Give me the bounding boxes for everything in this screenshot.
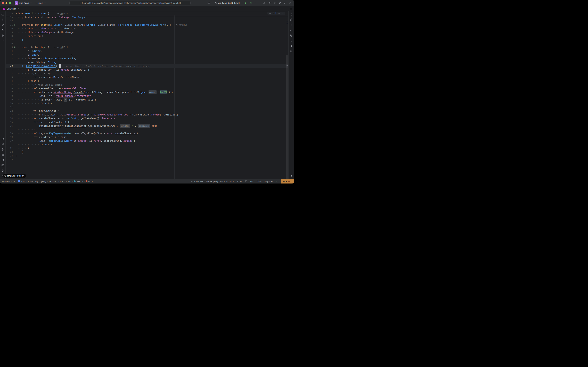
code-line[interactable]: 21················.toList() bbox=[6, 143, 288, 146]
indent-widget[interactable]: 4 spaces bbox=[265, 180, 273, 183]
screen-share-button[interactable] bbox=[207, 1, 213, 5]
editor-columns-widget[interactable] bbox=[245, 180, 247, 183]
code-line[interactable]: 15············for (s in nextCharList) { bbox=[6, 120, 288, 124]
window-title-widget[interactable]: Search.kt [/Users/yelog/workspace/java/v… bbox=[69, 1, 191, 5]
code-line[interactable]: 2········lastMarks: List<MarksCanvas.Mar… bbox=[6, 57, 288, 60]
code-line[interactable]: 13················offsets.map { this.vis… bbox=[6, 113, 288, 117]
code-line[interactable]: 11····override fun start(e: Editor, visi… bbox=[6, 23, 288, 27]
blame-widget[interactable]: Blame: yelog 2024/8/28, 17:44 bbox=[206, 180, 234, 183]
share-b-button[interactable] bbox=[272, 1, 277, 5]
history-icon[interactable] bbox=[1, 158, 5, 162]
caret-position-widget[interactable]: 30:31 bbox=[237, 180, 242, 183]
code-line[interactable]: 10········this.visibleString = visibleSt… bbox=[6, 27, 288, 30]
breadcrumb-vim-flash[interactable]: vim-flash bbox=[2, 180, 10, 183]
code-line[interactable]: 12 bbox=[6, 19, 288, 23]
breadcrumb-input[interactable]: input bbox=[86, 180, 93, 183]
code-line[interactable]: 2············// hit a tag bbox=[6, 72, 288, 75]
overriding-method-gutter-icon[interactable] bbox=[13, 24, 16, 26]
code-line[interactable]: 6 bbox=[6, 42, 288, 45]
close-window-button[interactable] bbox=[2, 2, 4, 4]
code-line[interactable]: 11 bbox=[6, 105, 288, 109]
more-actions-button[interactable] bbox=[254, 1, 258, 5]
sticky-class-header[interactable]: 18 class Search : Finder {yangyj13 +1 2 bbox=[6, 11, 288, 16]
code-line[interactable]: 18············val tags = KeyTagsGenerato… bbox=[6, 132, 288, 135]
code-line[interactable]: 23····} bbox=[6, 150, 288, 154]
share-c-button[interactable] bbox=[277, 1, 282, 5]
device-manager-icon[interactable] bbox=[289, 39, 293, 43]
code-line[interactable]: 3············return advanceMarks(c, last… bbox=[6, 75, 288, 79]
gradle-sync-status[interactable]: up-to-date bbox=[191, 180, 203, 183]
code-line[interactable]: 22········} bbox=[6, 146, 288, 150]
code-line[interactable]: 17············} bbox=[6, 128, 288, 132]
run-config-widget[interactable]: vim-flash [buildPlugin] bbox=[214, 1, 243, 5]
code-line[interactable]: 12············val nextCharList = bbox=[6, 109, 288, 113]
code-line[interactable]: 16················remainCharacter = rema… bbox=[6, 124, 288, 128]
code-line[interactable]: 3········c: Char, bbox=[6, 53, 288, 57]
about-icon[interactable] bbox=[1, 169, 5, 172]
editor-scrollbar[interactable] bbox=[286, 16, 288, 179]
code-line[interactable]: 20················.map { MarksCanvas.Mar… bbox=[6, 139, 288, 143]
breadcrumb-org[interactable]: org bbox=[35, 180, 38, 183]
line-separator-widget[interactable]: LF bbox=[250, 180, 253, 183]
code-line[interactable]: 24} bbox=[6, 154, 288, 158]
run-tool-icon[interactable] bbox=[1, 142, 5, 146]
breadcrumb-src[interactable]: src bbox=[13, 180, 15, 183]
code-line[interactable]: 10················.toList() bbox=[6, 101, 288, 105]
code-line[interactable]: 8················.map { it + visibleRang… bbox=[6, 94, 288, 98]
code-line[interactable]: 13····private lateinit var visibleRange:… bbox=[6, 16, 288, 19]
vim-mode-badge[interactable]: NORMAL bbox=[281, 179, 294, 184]
ai-assistant-icon[interactable] bbox=[289, 23, 293, 27]
structure-icon[interactable] bbox=[1, 28, 5, 32]
run-button[interactable] bbox=[244, 1, 248, 5]
gradle-icon[interactable] bbox=[289, 28, 293, 32]
minimize-window-button[interactable] bbox=[5, 2, 8, 4]
zoom-window-button[interactable] bbox=[9, 2, 11, 4]
translation-icon[interactable] bbox=[289, 50, 293, 53]
debug-button[interactable] bbox=[249, 1, 253, 5]
commit-icon[interactable] bbox=[1, 18, 5, 22]
code-line[interactable]: 9········this.visibleRange = visibleRang… bbox=[6, 30, 288, 34]
breadcrumb-flash[interactable]: flash bbox=[58, 180, 63, 183]
code-line[interactable]: 7····} bbox=[6, 38, 288, 42]
breadcrumb-yelog[interactable]: yelog bbox=[41, 180, 46, 183]
code-line[interactable]: 4········e: Editor, bbox=[6, 49, 288, 53]
code-line[interactable]: 1········searchString: String bbox=[6, 60, 288, 64]
close-tab-icon[interactable] bbox=[17, 8, 19, 10]
code-line[interactable]: 19············return offsets.zip(tags) bbox=[6, 135, 288, 139]
code-line[interactable]: 9················.sortedBy { abs( n: it … bbox=[6, 98, 288, 101]
code-line[interactable]: 5····override fun input(yangyj13 +1 bbox=[6, 45, 288, 49]
pull-requests-icon[interactable] bbox=[1, 23, 5, 27]
breadcrumb-main[interactable]: main bbox=[18, 180, 25, 183]
warning-count[interactable]: 2 bbox=[272, 12, 277, 15]
notifications-icon[interactable] bbox=[289, 13, 293, 16]
recording-icon[interactable] bbox=[1, 137, 5, 141]
plugin-icon[interactable] bbox=[1, 34, 5, 37]
dependencies-icon[interactable] bbox=[289, 34, 293, 37]
code-line[interactable]: 14············var remainCharacter = User… bbox=[6, 117, 288, 120]
caret-stripe-mark[interactable] bbox=[286, 66, 288, 66]
vcs-branch-widget[interactable]: main bbox=[34, 1, 47, 5]
project-widget[interactable]: VF vim-flash bbox=[14, 1, 33, 5]
project-icon[interactable] bbox=[1, 13, 5, 16]
code-line[interactable]: 25 bbox=[6, 158, 288, 161]
overriding-method-gutter-icon[interactable] bbox=[13, 46, 16, 49]
breadcrumb-ideavim[interactable]: ideavim bbox=[49, 180, 56, 183]
share-a-button[interactable] bbox=[267, 1, 271, 5]
code-line[interactable]: 30····): List<MarksCanvas.Mark> {yelog, … bbox=[6, 64, 288, 68]
warning-stripe-mark[interactable] bbox=[286, 22, 288, 22]
ideavim-status-icon[interactable] bbox=[276, 180, 278, 183]
tab-list-icon[interactable] bbox=[290, 8, 292, 10]
breadcrumb-action[interactable]: action bbox=[66, 180, 71, 183]
corner-widget-icon[interactable] bbox=[289, 174, 293, 178]
code-line[interactable]: 8········return null bbox=[6, 34, 288, 38]
settings-button[interactable] bbox=[287, 1, 292, 5]
services-icon[interactable] bbox=[1, 153, 5, 157]
problems-icon[interactable] bbox=[1, 148, 5, 151]
code-line[interactable]: 1········if (lastMarks.any { it.keyTag.c… bbox=[6, 68, 288, 72]
breadcrumb-kotlin[interactable]: kotlin bbox=[28, 180, 33, 183]
next-problem-icon[interactable] bbox=[282, 12, 284, 15]
inspections-widget[interactable]: 2 bbox=[267, 12, 285, 15]
code-line[interactable]: 7············val offsets = visibleString… bbox=[6, 90, 288, 94]
database-icon[interactable] bbox=[289, 18, 293, 22]
change-stripe-mark[interactable] bbox=[286, 88, 288, 88]
